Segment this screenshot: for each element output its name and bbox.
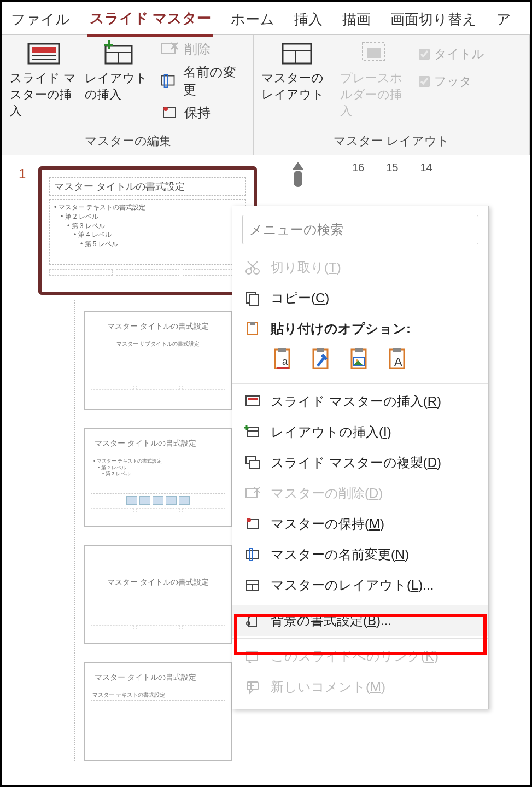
thumb-title: マスター タイトルの書式設定 xyxy=(91,669,225,686)
svg-point-21 xyxy=(246,269,252,274)
master-layout-button[interactable]: マスターのレイアウト xyxy=(261,40,332,103)
svg-rect-30 xyxy=(278,348,286,352)
title-checkbox: タイトル xyxy=(419,46,484,62)
layout-thumbnail[interactable]: マスター タイトルの書式設定 マスター サブタイトルの書式設定 xyxy=(84,311,232,410)
menu-item-cut: 切り取り(T) xyxy=(232,252,488,283)
svg-rect-16 xyxy=(283,44,311,63)
rename-label: 名前の変更 xyxy=(183,63,245,98)
svg-rect-36 xyxy=(355,348,363,352)
paste-options-row: a A xyxy=(232,344,488,381)
svg-rect-49 xyxy=(249,460,259,468)
tab-file[interactable]: ファイル xyxy=(9,7,72,36)
tab-draw[interactable]: 描画 xyxy=(340,7,373,36)
menu-item-format-background[interactable]: 背景の書式設定(B)... xyxy=(232,605,488,636)
ribbon-tabs: ファイル スライド マスター ホーム 挿入 描画 画面切り替え ア xyxy=(2,2,530,35)
svg-rect-40 xyxy=(393,348,401,352)
tab-transition[interactable]: 画面切り替え xyxy=(388,7,479,36)
delete-icon xyxy=(244,485,261,502)
svg-rect-34 xyxy=(317,348,324,352)
context-menu: メニューの検索 切り取り(T) コピー(C) 貼り付けのオプション: a A ス… xyxy=(232,206,489,709)
group-master-layout-label: マスター レイアウト xyxy=(261,131,522,151)
group-edit-master-label: マスターの編集 xyxy=(10,131,245,151)
svg-point-15 xyxy=(163,107,168,111)
svg-point-22 xyxy=(254,269,259,274)
svg-rect-20 xyxy=(367,48,381,58)
menu-item-copy[interactable]: コピー(C) xyxy=(232,283,488,313)
insert-placeholder-label: プレースホルダーの挿入 xyxy=(340,70,411,119)
clipboard-icon xyxy=(244,320,261,337)
thumb-subtitle: マスター テキストの書式設定 xyxy=(91,690,225,701)
menu-search-input[interactable]: メニューの検索 xyxy=(242,215,478,244)
svg-text:A: A xyxy=(394,355,402,369)
menu-item-delete-master: マスターの削除(D) xyxy=(232,478,488,509)
rename-icon xyxy=(244,546,261,563)
svg-rect-43 xyxy=(248,398,258,400)
tab-home[interactable]: ホーム xyxy=(229,7,277,36)
tab-slide-master[interactable]: スライド マスター xyxy=(87,5,213,37)
layout-icon xyxy=(244,577,261,593)
menu-item-master-layout[interactable]: マスターのレイアウト(L)... xyxy=(232,570,488,601)
layout-add-icon xyxy=(244,424,261,440)
svg-rect-61 xyxy=(247,651,258,660)
delete-label: 削除 xyxy=(184,40,211,58)
thumb-subtitle: マスター サブタイトルの書式設定 xyxy=(91,339,225,349)
menu-item-preserve-master[interactable]: マスターの保持(M) xyxy=(232,509,488,539)
title-checkbox-label: タイトル xyxy=(434,46,484,62)
menu-item-new-comment: 新しいコメント(M) xyxy=(232,672,488,702)
footer-checkbox-label: フッタ xyxy=(434,73,472,90)
svg-rect-50 xyxy=(246,489,257,498)
delete-button: 削除 xyxy=(160,40,245,58)
duplicate-icon xyxy=(244,454,261,471)
link-icon xyxy=(244,648,261,664)
paste-keep-source-icon[interactable]: a xyxy=(271,346,297,372)
svg-rect-44 xyxy=(248,428,259,436)
paste-use-destination-icon[interactable] xyxy=(309,346,335,372)
format-background-icon xyxy=(244,613,261,629)
svg-rect-1 xyxy=(32,47,56,53)
menu-item-duplicate-master[interactable]: スライド マスターの複製(D) xyxy=(232,447,488,478)
preserve-button[interactable]: 保持 xyxy=(160,104,245,121)
menu-item-insert-layout[interactable]: レイアウトの挿入(I) xyxy=(232,417,488,447)
thumb-title: マスター タイトルの書式設定 xyxy=(91,574,225,591)
layout-thumbnail[interactable]: マスター タイトルの書式設定 • マスター テキストの書式設定 • 第 2 レベ… xyxy=(84,428,232,527)
insert-placeholder-button: プレースホルダーの挿入 xyxy=(340,40,411,119)
paste-picture-icon[interactable] xyxy=(347,346,373,372)
footer-checkbox: フッタ xyxy=(419,73,484,90)
svg-text:a: a xyxy=(282,356,288,367)
insert-layout-button[interactable]: レイアウトの挿入 xyxy=(85,40,152,103)
thumb-title: マスター タイトルの書式設定 xyxy=(49,177,246,196)
insert-slide-master-label: スライド マスターの挿入 xyxy=(10,70,77,119)
layout-thumbnail[interactable]: マスター タイトルの書式設定 マスター テキストの書式設定 xyxy=(84,662,232,761)
svg-point-54 xyxy=(247,518,251,522)
thumb-title: マスター タイトルの書式設定 xyxy=(91,318,225,335)
svg-rect-32 xyxy=(277,367,289,369)
master-layout-label: マスターのレイアウト xyxy=(261,70,332,103)
insert-layout-label: レイアウトの挿入 xyxy=(85,70,152,103)
tab-insert[interactable]: 挿入 xyxy=(292,7,325,36)
svg-rect-42 xyxy=(246,396,259,406)
paste-text-only-icon[interactable]: A xyxy=(385,346,412,372)
thumb-body: • マスター テキストの書式設定 • 第 2 レベル • 第 3 レベル • 第… xyxy=(49,199,246,265)
menu-paste-options-header: 貼り付けのオプション: xyxy=(232,313,488,344)
comment-icon xyxy=(244,679,261,695)
menu-item-link-to-slide: このスライドへのリンク(K) xyxy=(232,641,488,672)
pin-icon xyxy=(244,516,261,532)
svg-rect-0 xyxy=(28,44,59,63)
ribbon: スライド マスターの挿入 レイアウトの挿入 削除 名前の変更 保持 xyxy=(2,35,530,155)
scissors-icon xyxy=(244,259,261,276)
preserve-label: 保持 xyxy=(184,104,211,121)
layout-thumbnail[interactable]: マスター タイトルの書式設定 xyxy=(84,545,232,644)
rename-button[interactable]: 名前の変更 xyxy=(160,63,245,98)
svg-rect-28 xyxy=(250,322,255,325)
svg-rect-26 xyxy=(250,294,259,305)
tab-partial[interactable]: ア xyxy=(494,7,513,36)
menu-item-rename-master[interactable]: マスターの名前変更(N) xyxy=(232,539,488,570)
thumb-title: マスター タイトルの書式設定 xyxy=(91,435,225,452)
master-slide-thumbnail[interactable]: マスター タイトルの書式設定 • マスター テキストの書式設定 • 第 2 レベ… xyxy=(38,166,257,295)
slide-master-icon xyxy=(244,393,261,410)
menu-item-insert-slide-master[interactable]: スライド マスターの挿入(R) xyxy=(232,386,488,417)
copy-icon xyxy=(244,290,261,306)
insert-slide-master-button[interactable]: スライド マスターの挿入 xyxy=(10,40,77,119)
slide-index: 1 xyxy=(19,166,28,182)
